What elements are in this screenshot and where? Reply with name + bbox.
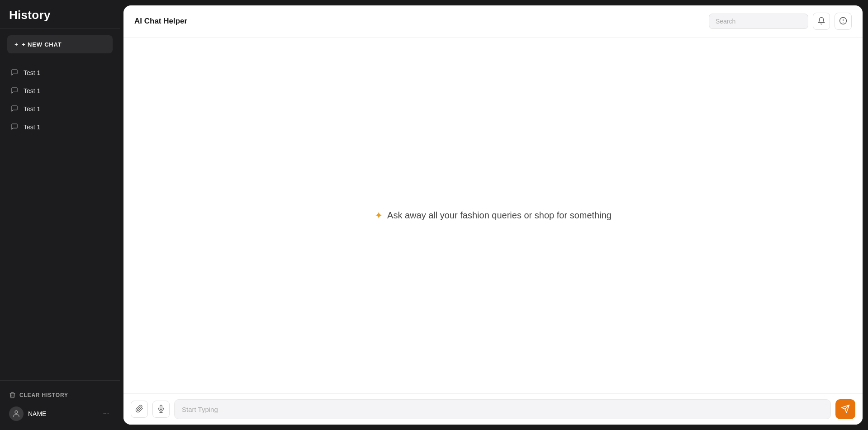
chat-bubble-icon [11,69,19,77]
user-menu-button[interactable]: ··· [101,408,111,420]
delete-chat-button[interactable] [101,123,109,131]
bell-icon [817,17,825,26]
new-chat-button[interactable]: + + NEW CHAT [7,35,113,53]
chat-history-item[interactable]: Test 1 [4,82,116,99]
welcome-text: Ask away all your fashion queries or sho… [387,210,612,221]
delete-chat-button[interactable] [101,87,109,95]
edit-chat-button[interactable] [89,87,97,95]
chat-input-area [123,393,863,425]
clear-history-button[interactable]: CLEAR HISTORY [7,388,113,402]
edit-chat-button[interactable] [89,105,97,113]
chat-bubble-icon [11,87,19,95]
plus-icon: + [14,41,18,48]
chat-text-input[interactable] [174,399,831,419]
clear-history-label: CLEAR HISTORY [19,392,68,398]
chat-history-item[interactable]: Test 1 [4,118,116,136]
avatar [9,406,24,421]
chat-item-label: Test 1 [24,105,89,113]
chat-item-label: Test 1 [24,87,89,95]
chat-history-item[interactable]: Test 1 [4,64,116,81]
sidebar-header: History [0,0,120,29]
paperclip-icon [135,405,143,414]
send-icon [841,404,850,415]
edit-chat-button[interactable] [89,69,97,77]
sidebar-title: History [9,8,51,22]
user-row: NAME ··· [7,402,113,423]
sparkle-icon: ✦ [375,210,383,222]
edit-chat-button[interactable] [89,123,97,131]
chat-messages: ✦ Ask away all your fashion queries or s… [123,38,863,393]
delete-chat-button[interactable] [101,105,109,113]
chat-history-list: Test 1 Test 1 [0,60,120,380]
chat-container: AI Chat Helper [123,5,863,425]
chat-history-item[interactable]: Test 1 [4,100,116,118]
sidebar-footer: CLEAR HISTORY NAME ··· [0,380,120,430]
chat-bubble-icon [11,123,19,131]
sidebar: History + + NEW CHAT Test 1 Tes [0,0,120,430]
svg-point-0 [15,411,18,413]
attachment-button[interactable] [131,401,148,418]
welcome-message: ✦ Ask away all your fashion queries or s… [375,210,612,222]
microphone-button[interactable] [152,401,170,418]
notification-button[interactable] [813,13,830,30]
chat-title: AI Chat Helper [134,17,709,26]
delete-chat-button[interactable] [101,69,109,77]
info-button[interactable] [835,13,852,30]
search-input[interactable] [709,14,808,29]
chat-bubble-icon [11,105,19,113]
send-button[interactable] [835,399,855,419]
chat-header: AI Chat Helper [123,5,863,38]
ellipsis-icon: ··· [103,410,109,417]
microphone-icon [157,405,165,414]
info-icon [839,17,847,26]
header-actions [709,13,852,30]
chat-item-label: Test 1 [24,69,89,76]
main-area: AI Chat Helper [120,0,868,430]
user-name: NAME [28,410,97,417]
new-chat-label: + NEW CHAT [22,41,62,48]
chat-item-label: Test 1 [24,123,89,131]
